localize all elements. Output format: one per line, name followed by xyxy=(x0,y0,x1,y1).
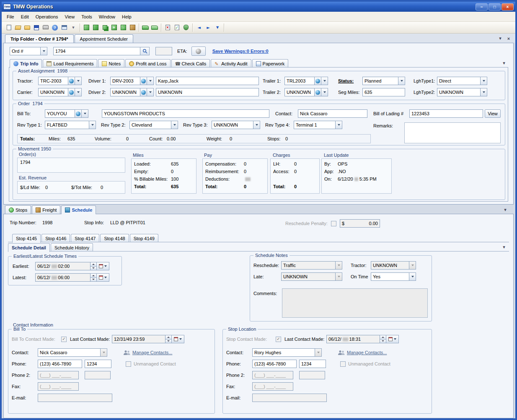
order-search-button[interactable] xyxy=(140,47,150,55)
remarks-textarea[interactable] xyxy=(404,122,501,143)
stop-tab-3[interactable]: Stop 4147 xyxy=(71,234,99,242)
sl-phone2-input[interactable]: (___) ___-____ xyxy=(252,371,293,379)
lghtype2-dropdown-button[interactable] xyxy=(481,88,487,96)
sl-contact-made-checkbox[interactable] xyxy=(276,337,281,342)
bt-phone-input[interactable]: (123) 456-7890 xyxy=(38,360,82,368)
order-number-input[interactable]: 1794 xyxy=(53,47,140,55)
view-button[interactable]: View xyxy=(485,109,501,118)
rev-type1-dropdown-button[interactable] xyxy=(89,121,96,129)
order-type-dropdown-button[interactable] xyxy=(41,47,47,55)
menu-view[interactable]: View xyxy=(62,13,78,21)
reschedule-select[interactable]: Traffic xyxy=(281,261,336,270)
reschedule-penalty-checkbox[interactable] xyxy=(331,221,336,226)
stop-tab-4[interactable]: Stop 4148 xyxy=(100,234,129,242)
sl-contact-dropdown-button[interactable] xyxy=(315,348,322,357)
green-box-alt-icon[interactable] xyxy=(91,23,100,32)
tabstrip-close-icon[interactable] xyxy=(505,35,512,41)
box-plus-icon[interactable] xyxy=(109,23,119,32)
bt-phone2-ext-input[interactable] xyxy=(85,371,111,379)
minimize-button[interactable]: – xyxy=(476,3,488,10)
comments-textarea[interactable] xyxy=(282,288,428,318)
trailer1-input[interactable]: TRL2003 xyxy=(284,77,315,85)
driver2-dropdown-button[interactable] xyxy=(147,88,154,96)
switch-window-icon[interactable] xyxy=(59,23,69,32)
sl-email-input[interactable] xyxy=(252,394,327,402)
sl-phone-ext-input[interactable]: 1234 xyxy=(299,360,326,368)
latest-spinner[interactable] xyxy=(90,273,97,282)
maximize-button[interactable]: □ xyxy=(489,3,501,10)
menu-window[interactable]: Window xyxy=(96,13,119,21)
lghtype1-select[interactable]: Direct xyxy=(437,77,481,85)
page-red-x-icon[interactable] xyxy=(163,23,172,32)
green-box-icon[interactable] xyxy=(82,23,91,32)
seg-miles-input[interactable]: 635 xyxy=(362,88,405,96)
tab-profit-and-loss[interactable]: Profit and Loss xyxy=(125,59,170,67)
tab-stops[interactable]: Stops xyxy=(5,205,31,214)
notes-tractor-dropdown-button[interactable] xyxy=(409,261,416,270)
reschedule-dropdown-button[interactable] xyxy=(336,261,342,270)
trailer1-lookup-button[interactable] xyxy=(315,77,321,85)
rev-type4-select[interactable]: Terminal 1 xyxy=(294,121,336,129)
earliest-datetime-field[interactable]: 06/12/02:00 xyxy=(35,262,90,270)
rev-type3-select[interactable]: UNKNOWN xyxy=(212,121,253,129)
menu-tools[interactable]: Tools xyxy=(78,13,96,21)
carrier-input[interactable]: UNKNOWN xyxy=(38,88,68,96)
rev-type2-select[interactable]: Cleveland xyxy=(129,121,171,129)
menu-file[interactable]: File xyxy=(3,13,18,21)
sl-fax-input[interactable]: (___) ___-____ xyxy=(252,382,293,391)
bt-last-contact-spinner[interactable] xyxy=(165,335,172,343)
carrier-lookup-button[interactable] xyxy=(68,88,75,96)
rev-type3-dropdown-button[interactable] xyxy=(253,121,260,129)
detail-tabs-collapse-icon[interactable] xyxy=(501,244,507,250)
latest-datetime-field[interactable]: 06/12/06:00 xyxy=(35,273,90,282)
trip-tabs-collapse-icon[interactable] xyxy=(501,60,507,66)
status-label[interactable]: Status: xyxy=(338,78,362,83)
toolbar-overflow-icon[interactable] xyxy=(69,23,78,32)
tab-freight[interactable]: Freight xyxy=(32,205,60,214)
bill-to-dropdown-button[interactable] xyxy=(82,109,88,118)
bt-contact-made-checkbox[interactable] xyxy=(61,337,67,342)
new-page-icon[interactable] xyxy=(4,23,13,32)
brown-box-icon[interactable] xyxy=(128,23,137,32)
late-dropdown-button[interactable] xyxy=(336,272,342,281)
latest-calendar-button[interactable] xyxy=(97,273,109,282)
eta-status-button[interactable] xyxy=(191,47,206,56)
menu-help[interactable]: Help xyxy=(119,13,135,21)
order-contact-input[interactable]: Nick Cassaro xyxy=(298,109,367,118)
notes-tractor-select[interactable]: UNKNOWN xyxy=(371,261,409,270)
folder-icon[interactable] xyxy=(23,23,32,32)
status-dropdown-button[interactable] xyxy=(398,77,405,85)
bt-phone2-input[interactable]: (___) ___-____ xyxy=(38,371,79,379)
bottom-tabs-collapse-icon[interactable] xyxy=(502,207,509,213)
tab-trip-info[interactable]: Trip Info xyxy=(10,59,42,68)
trailer2-dropdown-button[interactable] xyxy=(321,88,328,96)
sl-last-contact-field[interactable]: 06/12/18:31 xyxy=(326,335,380,343)
tabstrip-dropdown-icon[interactable] xyxy=(497,35,504,41)
on-time-dropdown-button[interactable] xyxy=(409,272,416,281)
driver2-input[interactable]: UNKNOWN xyxy=(110,88,140,96)
trailer2-input[interactable]: UNKNOWN xyxy=(284,88,315,96)
stop-tab-5[interactable]: Stop 4149 xyxy=(130,234,158,242)
save-warnings-link[interactable]: Save Warnings:0 Errors:0 xyxy=(212,49,269,54)
tab-appointment-scheduler[interactable]: Appointment Scheduler xyxy=(75,34,133,43)
tractor-lookup-button[interactable] xyxy=(68,77,75,85)
tab-trip-folder[interactable]: Trip Folder - Order # 1794* xyxy=(5,34,74,43)
sl-contact-select[interactable]: Rory Hughes xyxy=(252,348,315,357)
tractor-input[interactable]: TRC-2003 xyxy=(38,77,68,85)
box-arrow-icon[interactable] xyxy=(119,23,128,32)
lghtype2-select[interactable]: UNKNOWN xyxy=(437,88,481,96)
bt-manage-contacts-link[interactable]: Manage Contacts... xyxy=(132,350,172,355)
bt-last-contact-calendar-button[interactable] xyxy=(172,335,184,343)
lghtype1-dropdown-button[interactable] xyxy=(481,77,487,85)
tab-schedule[interactable]: Schedule xyxy=(61,205,96,214)
sl-last-contact-spinner[interactable] xyxy=(380,335,386,343)
page-check-icon[interactable] xyxy=(172,23,181,32)
forward-chevron-icon[interactable] xyxy=(204,23,213,32)
tab-schedule-history[interactable]: Schedule History xyxy=(51,243,93,251)
trailer1-dropdown-button[interactable] xyxy=(321,77,328,85)
tab-check-calls[interactable]: Check Calls xyxy=(171,59,210,67)
history-caret-icon[interactable] xyxy=(213,23,222,32)
earliest-calendar-button[interactable] xyxy=(97,262,109,270)
sl-unmanaged-checkbox[interactable] xyxy=(340,361,346,367)
tab-paperwork[interactable]: Paperwork xyxy=(252,59,289,67)
